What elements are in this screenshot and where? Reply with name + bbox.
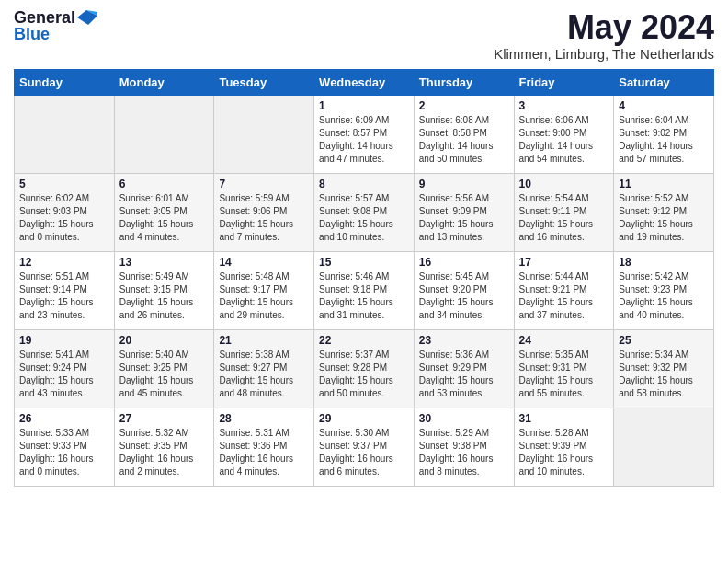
col-wednesday: Wednesday xyxy=(314,69,415,95)
week-row-5: 26Sunrise: 5:33 AM Sunset: 9:33 PM Dayli… xyxy=(15,408,714,486)
day-cell: 31Sunrise: 5:28 AM Sunset: 9:39 PM Dayli… xyxy=(514,408,614,486)
day-number: 13 xyxy=(119,256,210,269)
day-number: 24 xyxy=(519,334,609,347)
day-cell: 30Sunrise: 5:29 AM Sunset: 9:38 PM Dayli… xyxy=(414,408,514,486)
day-cell: 12Sunrise: 5:51 AM Sunset: 9:14 PM Dayli… xyxy=(15,251,115,329)
day-info: Sunrise: 6:04 AM Sunset: 9:02 PM Dayligh… xyxy=(619,114,709,166)
day-info: Sunrise: 5:40 AM Sunset: 9:25 PM Dayligh… xyxy=(119,349,210,400)
week-row-1: 1Sunrise: 6:09 AM Sunset: 8:57 PM Daylig… xyxy=(15,95,714,173)
day-cell: 3Sunrise: 6:06 AM Sunset: 9:00 PM Daylig… xyxy=(514,95,614,173)
day-cell: 18Sunrise: 5:42 AM Sunset: 9:23 PM Dayli… xyxy=(614,251,714,329)
day-cell: 10Sunrise: 5:54 AM Sunset: 9:11 PM Dayli… xyxy=(514,173,614,251)
day-info: Sunrise: 5:54 AM Sunset: 9:11 PM Dayligh… xyxy=(519,192,609,244)
day-info: Sunrise: 6:08 AM Sunset: 8:58 PM Dayligh… xyxy=(419,114,509,166)
day-info: Sunrise: 5:31 AM Sunset: 9:36 PM Dayligh… xyxy=(219,427,309,478)
day-info: Sunrise: 5:59 AM Sunset: 9:06 PM Dayligh… xyxy=(219,192,309,244)
day-cell: 22Sunrise: 5:37 AM Sunset: 9:28 PM Dayli… xyxy=(314,329,415,408)
title-block: May 2024 Klimmen, Limburg, The Netherlan… xyxy=(494,9,714,62)
day-number: 25 xyxy=(619,334,709,347)
day-info: Sunrise: 5:41 AM Sunset: 9:24 PM Dayligh… xyxy=(19,349,109,400)
day-info: Sunrise: 5:35 AM Sunset: 9:31 PM Dayligh… xyxy=(519,349,609,400)
day-number: 18 xyxy=(619,256,709,269)
day-info: Sunrise: 5:37 AM Sunset: 9:28 PM Dayligh… xyxy=(319,349,409,400)
day-number: 9 xyxy=(419,178,509,190)
page-header: General Blue May 2024 Klimmen, Limburg, … xyxy=(14,9,714,62)
day-cell: 29Sunrise: 5:30 AM Sunset: 9:37 PM Dayli… xyxy=(314,408,415,486)
col-friday: Friday xyxy=(514,69,614,95)
calendar-table: Sunday Monday Tuesday Wednesday Thursday… xyxy=(14,69,714,487)
day-number: 5 xyxy=(19,178,109,190)
day-cell: 13Sunrise: 5:49 AM Sunset: 9:15 PM Dayli… xyxy=(114,251,214,329)
col-tuesday: Tuesday xyxy=(214,69,314,95)
day-info: Sunrise: 5:33 AM Sunset: 9:33 PM Dayligh… xyxy=(19,427,109,478)
day-info: Sunrise: 5:45 AM Sunset: 9:20 PM Dayligh… xyxy=(419,270,509,322)
day-info: Sunrise: 5:52 AM Sunset: 9:12 PM Dayligh… xyxy=(619,192,709,244)
logo: General Blue xyxy=(14,9,97,42)
day-cell: 16Sunrise: 5:45 AM Sunset: 9:20 PM Dayli… xyxy=(414,251,514,329)
day-number: 8 xyxy=(319,178,409,190)
day-cell: 27Sunrise: 5:32 AM Sunset: 9:35 PM Dayli… xyxy=(114,408,214,486)
day-number: 2 xyxy=(419,99,509,112)
day-info: Sunrise: 6:09 AM Sunset: 8:57 PM Dayligh… xyxy=(319,114,409,166)
day-cell: 17Sunrise: 5:44 AM Sunset: 9:21 PM Dayli… xyxy=(514,251,614,329)
day-number: 26 xyxy=(19,412,109,425)
day-number: 15 xyxy=(319,256,409,269)
calendar-subtitle: Klimmen, Limburg, The Netherlands xyxy=(494,46,714,62)
day-cell: 8Sunrise: 5:57 AM Sunset: 9:08 PM Daylig… xyxy=(314,173,415,251)
day-cell: 15Sunrise: 5:46 AM Sunset: 9:18 PM Dayli… xyxy=(314,251,415,329)
day-number: 27 xyxy=(119,412,210,425)
day-number: 16 xyxy=(419,256,509,269)
day-cell: 11Sunrise: 5:52 AM Sunset: 9:12 PM Dayli… xyxy=(614,173,714,251)
day-number: 4 xyxy=(619,99,709,112)
day-cell: 7Sunrise: 5:59 AM Sunset: 9:06 PM Daylig… xyxy=(214,173,314,251)
day-info: Sunrise: 5:38 AM Sunset: 9:27 PM Dayligh… xyxy=(219,349,309,400)
day-cell: 4Sunrise: 6:04 AM Sunset: 9:02 PM Daylig… xyxy=(614,95,714,173)
header-row: Sunday Monday Tuesday Wednesday Thursday… xyxy=(15,69,714,95)
day-cell: 19Sunrise: 5:41 AM Sunset: 9:24 PM Dayli… xyxy=(15,329,115,408)
day-info: Sunrise: 5:46 AM Sunset: 9:18 PM Dayligh… xyxy=(319,270,409,322)
logo-general: General xyxy=(14,9,97,26)
day-cell: 20Sunrise: 5:40 AM Sunset: 9:25 PM Dayli… xyxy=(114,329,214,408)
day-info: Sunrise: 5:30 AM Sunset: 9:37 PM Dayligh… xyxy=(319,427,409,478)
day-number: 11 xyxy=(619,178,709,190)
day-info: Sunrise: 5:29 AM Sunset: 9:38 PM Dayligh… xyxy=(419,427,509,478)
day-cell: 14Sunrise: 5:48 AM Sunset: 9:17 PM Dayli… xyxy=(214,251,314,329)
day-info: Sunrise: 5:32 AM Sunset: 9:35 PM Dayligh… xyxy=(119,427,210,478)
day-number: 23 xyxy=(419,334,509,347)
day-cell: 5Sunrise: 6:02 AM Sunset: 9:03 PM Daylig… xyxy=(15,173,115,251)
day-info: Sunrise: 5:51 AM Sunset: 9:14 PM Dayligh… xyxy=(19,270,109,322)
day-cell xyxy=(614,408,714,486)
day-cell: 6Sunrise: 6:01 AM Sunset: 9:05 PM Daylig… xyxy=(114,173,214,251)
day-info: Sunrise: 5:49 AM Sunset: 9:15 PM Dayligh… xyxy=(119,270,210,322)
day-number: 3 xyxy=(519,99,609,112)
day-number: 31 xyxy=(519,412,609,425)
day-number: 29 xyxy=(319,412,409,425)
week-row-2: 5Sunrise: 6:02 AM Sunset: 9:03 PM Daylig… xyxy=(15,173,714,251)
col-sunday: Sunday xyxy=(15,69,115,95)
day-info: Sunrise: 5:28 AM Sunset: 9:39 PM Dayligh… xyxy=(519,427,609,478)
day-number: 21 xyxy=(219,334,309,347)
day-number: 20 xyxy=(119,334,210,347)
week-row-3: 12Sunrise: 5:51 AM Sunset: 9:14 PM Dayli… xyxy=(15,251,714,329)
week-row-4: 19Sunrise: 5:41 AM Sunset: 9:24 PM Dayli… xyxy=(15,329,714,408)
day-info: Sunrise: 6:02 AM Sunset: 9:03 PM Dayligh… xyxy=(19,192,109,244)
day-info: Sunrise: 5:42 AM Sunset: 9:23 PM Dayligh… xyxy=(619,270,709,322)
day-cell xyxy=(15,95,115,173)
day-number: 17 xyxy=(519,256,609,269)
day-info: Sunrise: 6:06 AM Sunset: 9:00 PM Dayligh… xyxy=(519,114,609,166)
day-cell: 2Sunrise: 6:08 AM Sunset: 8:58 PM Daylig… xyxy=(414,95,514,173)
day-number: 30 xyxy=(419,412,509,425)
col-thursday: Thursday xyxy=(414,69,514,95)
day-cell: 1Sunrise: 6:09 AM Sunset: 8:57 PM Daylig… xyxy=(314,95,415,173)
day-cell: 21Sunrise: 5:38 AM Sunset: 9:27 PM Dayli… xyxy=(214,329,314,408)
day-info: Sunrise: 5:57 AM Sunset: 9:08 PM Dayligh… xyxy=(319,192,409,244)
day-number: 12 xyxy=(19,256,109,269)
day-info: Sunrise: 5:34 AM Sunset: 9:32 PM Dayligh… xyxy=(619,349,709,400)
day-cell: 9Sunrise: 5:56 AM Sunset: 9:09 PM Daylig… xyxy=(414,173,514,251)
day-cell xyxy=(214,95,314,173)
day-cell: 26Sunrise: 5:33 AM Sunset: 9:33 PM Dayli… xyxy=(15,408,115,486)
col-monday: Monday xyxy=(114,69,214,95)
logo-blue: Blue xyxy=(14,26,97,42)
day-cell: 24Sunrise: 5:35 AM Sunset: 9:31 PM Dayli… xyxy=(514,329,614,408)
day-number: 10 xyxy=(519,178,609,190)
